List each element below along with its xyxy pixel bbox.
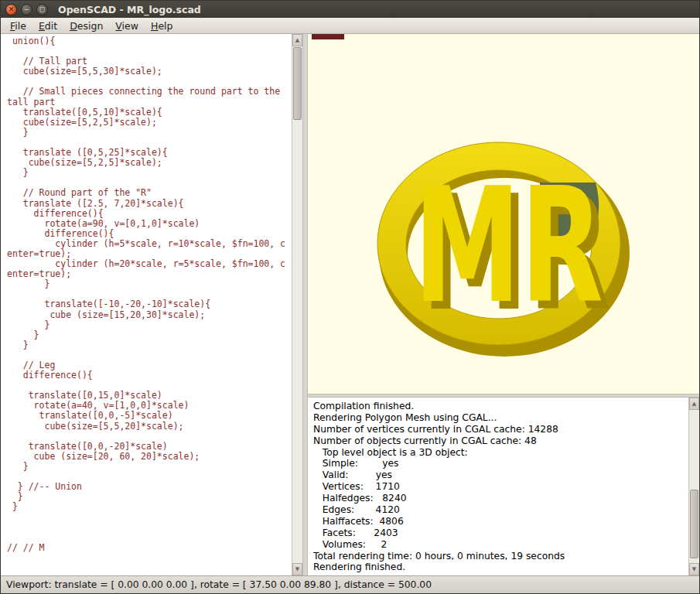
code-line: } [7,128,292,138]
menu-view[interactable]: View [109,19,145,33]
code-line: cube (size=[15,20,30]*scale); [7,310,292,320]
code-line: translate([0,5,10]*scale){ [7,108,292,118]
code-line: difference(){ [7,229,292,239]
scroll-up-icon[interactable]: ▲ [292,34,302,46]
code-line: } [7,492,292,502]
code-line: rotate(a=90, v=[0,1,0]*scale) [7,219,292,229]
code-line: cube(size=[5,5,20]*scale); [7,422,292,432]
minimize-icon[interactable]: − [21,4,32,15]
code-line: translate([-10,-20,-10]*scale){ [7,299,292,309]
console-scroll-thumb[interactable] [690,490,698,558]
right-pane: MR MR Compilation finished.Rendering Pol… [308,34,699,575]
viewport-status-text: Viewport: translate = [ 0.00 0.00 0.00 ]… [6,579,432,590]
console-line: Rendering Polygon Mesh using CGAL... [313,412,688,424]
console-line: Halffacets: 4806 [313,516,688,527]
console-pane: Compilation finished.Rendering Polygon M… [308,398,699,575]
code-line: translate ([2.5, 7,20]*scale){ [7,199,292,209]
code-line: tall part [7,97,292,108]
openscad-window: ✕ − ◻ OpenSCAD - MR_logo.scad File Edit … [0,0,700,594]
code-line: cube(size=[5,2,5]*scale); [7,158,292,168]
code-line: enter=true); [7,269,292,279]
scroll-down-icon[interactable]: ▼ [292,563,302,575]
mr-logo-render: MR MR [308,34,698,394]
close-icon[interactable]: ✕ [5,4,17,15]
console-line: Simple: yes [313,458,688,469]
code-line: } [7,462,292,472]
code-line: } [7,168,292,178]
menu-design[interactable]: Design [63,19,109,33]
maximize-icon[interactable]: ◻ [36,4,48,15]
code-line: cube (size=[20, 60, 20]*scale); [7,452,292,462]
code-line [7,533,292,543]
code-editor[interactable]: union(){ // Tall part cube(size=[5,5,30]… [1,34,292,575]
menu-file[interactable]: File [4,19,32,33]
console-line: Edges: 4120 [313,504,688,516]
main-area: union(){ // Tall part cube(size=[5,5,30]… [1,34,699,575]
console-line: Facets: 2403 [313,527,688,539]
code-line: translate([0,0,-5]*scale) [7,411,292,421]
console-line: Number of objects currently in CGAL cach… [313,435,688,447]
code-line: } [7,330,292,340]
console-line: Top level object is a 3D object: [313,447,688,459]
console-line: Total rendering time: 0 hours, 0 minutes… [313,551,688,562]
logo-letters: MR [414,154,603,338]
console-line: Valid: yes [313,469,688,481]
code-line: // Round part of the "R" [7,188,292,198]
scroll-up-icon[interactable]: ▲ [689,398,699,410]
console-line: Number of vertices currently in CGAL cac… [313,424,688,435]
menu-bar: File Edit Design View Help [1,18,699,34]
console-line: Halfedges: 8240 [313,493,688,504]
console-line: Volumes: 2 [313,539,688,551]
code-line: cube(size=[5,2,5]*scale); [7,118,292,128]
code-line: } //-- Union [7,482,292,492]
editor-pane: union(){ // Tall part cube(size=[5,5,30]… [1,34,303,575]
code-line [7,432,292,442]
code-line: difference(){ [7,370,292,381]
code-line: // Small pieces connecting the round par… [7,87,292,97]
code-line: } [7,502,292,512]
menu-edit[interactable]: Edit [32,19,63,33]
window-title: OpenSCAD - MR_logo.scad [58,4,201,15]
viewport-3d[interactable]: MR MR [308,34,699,394]
code-line: union(){ [7,36,292,46]
editor-scrollbar[interactable]: ▲ ▼ [292,34,302,575]
scroll-down-icon[interactable]: ▼ [689,563,699,575]
code-line: cylinder (h=5*scale, r=10*scale, $fn=100… [7,239,292,249]
console-log: Compilation finished.Rendering Polygon M… [308,398,688,575]
code-line [7,523,292,533]
console-scroll-track[interactable] [689,410,699,563]
editor-scroll-track[interactable] [292,46,302,563]
editor-scroll-thumb[interactable] [293,47,302,120]
code-line: // // M [7,543,292,553]
menu-help[interactable]: Help [145,19,179,33]
status-bar: Viewport: translate = [ 0.00 0.00 0.00 ]… [1,575,699,593]
console-line: Rendering finished. [313,562,688,573]
code-line: } [7,279,292,289]
code-line [7,512,292,522]
title-bar[interactable]: ✕ − ◻ OpenSCAD - MR_logo.scad [1,1,699,18]
code-line: difference(){ [7,209,292,219]
code-line: } [7,340,292,350]
code-line: } [7,320,292,330]
console-line: Vertices: 1710 [313,481,688,493]
console-scrollbar[interactable]: ▲ ▼ [688,398,699,575]
code-line: translate([0,0,-20]*scale) [7,442,292,452]
code-line: cube(size=[5,5,30]*scale); [7,67,292,77]
console-line: Compilation finished. [313,401,688,412]
